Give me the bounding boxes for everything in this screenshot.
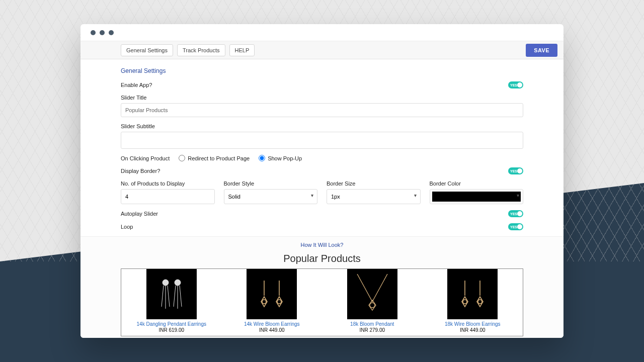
svg-line-7 <box>180 286 182 307</box>
window-dot <box>91 30 96 35</box>
num-products-input[interactable] <box>121 189 215 204</box>
border-color-picker[interactable] <box>430 189 524 204</box>
loop-label: Loop <box>121 224 133 230</box>
tab-track-products[interactable]: Track Products <box>177 44 225 56</box>
border-style-label: Border Style <box>224 180 318 187</box>
product-price: INR 449.00 <box>423 327 523 333</box>
product-name: 18k Wire Bloom Earrings <box>423 321 523 327</box>
product-name: 14k Wire Bloom Earrings <box>222 321 323 327</box>
window-dot <box>109 30 114 35</box>
product-card[interactable]: 14k Wire Bloom Earrings INR 449.00 <box>222 269 323 336</box>
product-card[interactable]: 18k Wire Bloom Earrings INR 449.00 <box>423 269 523 336</box>
svg-point-1 <box>175 280 181 286</box>
product-price: INR 279.00 <box>322 327 423 333</box>
toolbar: General Settings Track Products HELP SAV… <box>80 41 564 59</box>
autoplay-toggle[interactable]: YES <box>508 210 523 217</box>
enable-app-label: Enable App? <box>121 82 152 88</box>
radio-redirect[interactable]: Redirect to Product Page <box>179 155 250 161</box>
border-color-label: Border Color <box>430 180 524 187</box>
titlebar <box>80 24 564 41</box>
section-title: General Settings <box>121 67 523 74</box>
save-button[interactable]: SAVE <box>526 44 557 57</box>
border-size-label: Border Size <box>327 180 421 187</box>
product-card[interactable]: 18k Bloom Pendant INR 279.00 <box>322 269 423 336</box>
settings-panel: General Settings Enable App? YES Slider … <box>80 59 564 230</box>
num-products-label: No. of Products to Display <box>121 180 215 187</box>
product-name: 18k Bloom Pendant <box>322 321 423 327</box>
border-style-select[interactable]: Solid <box>224 189 318 204</box>
svg-point-11 <box>277 300 281 304</box>
product-price: INR 619.00 <box>121 327 222 333</box>
slider-title-input[interactable] <box>121 103 523 117</box>
preview-title: Popular Products <box>121 253 523 264</box>
tab-help[interactable]: HELP <box>229 44 255 56</box>
svg-line-5 <box>174 286 176 307</box>
slider-subtitle-input[interactable] <box>121 132 523 149</box>
svg-point-15 <box>463 300 467 304</box>
slider-title-label: Slider Title <box>121 95 523 101</box>
loop-toggle[interactable]: YES <box>508 223 523 230</box>
svg-point-12 <box>370 303 375 308</box>
svg-line-4 <box>168 286 170 307</box>
preview-panel: How It Will Look? Popular Products 14k D… <box>80 236 564 338</box>
slider-subtitle-label: Slider Subtitle <box>121 123 523 129</box>
svg-point-16 <box>478 300 482 304</box>
app-window: General Settings Track Products HELP SAV… <box>80 24 564 338</box>
border-size-select[interactable]: 1px <box>327 189 421 204</box>
radio-popup[interactable]: Show Pop-Up <box>259 155 302 161</box>
svg-point-10 <box>262 300 266 304</box>
preview-header: How It Will Look? <box>121 242 523 248</box>
product-slider: 14k Dangling Pendant Earrings INR 619.00… <box>121 268 523 336</box>
product-image <box>447 269 498 319</box>
svg-line-2 <box>162 286 164 307</box>
product-price: INR 449.00 <box>222 327 323 333</box>
display-border-toggle[interactable]: YES <box>508 167 523 174</box>
enable-app-toggle[interactable]: YES <box>508 81 523 88</box>
svg-point-0 <box>163 280 169 286</box>
tab-general-settings[interactable]: General Settings <box>121 44 173 56</box>
product-image <box>247 269 297 319</box>
product-card[interactable]: 14k Dangling Pendant Earrings INR 619.00 <box>121 269 222 336</box>
autoplay-label: Autoplay Slider <box>121 211 158 217</box>
product-image <box>146 269 197 319</box>
window-dot <box>100 30 105 35</box>
on-click-label: On Clicking Product <box>121 155 170 161</box>
product-image <box>347 269 397 319</box>
display-border-label: Display Border? <box>121 168 160 174</box>
product-name: 14k Dangling Pendant Earrings <box>121 321 222 327</box>
